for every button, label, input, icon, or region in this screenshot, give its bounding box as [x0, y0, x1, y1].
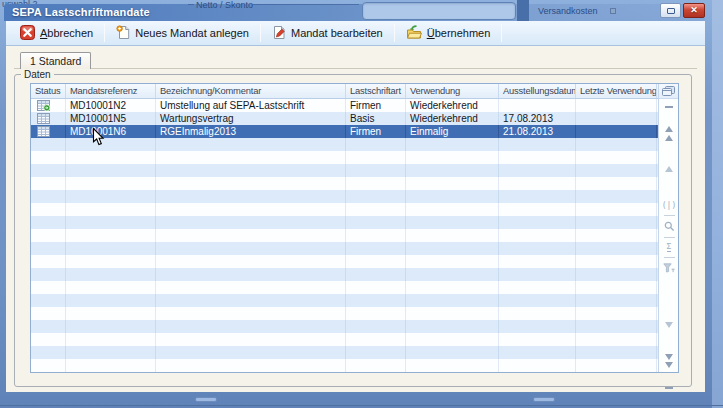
column-header-letzte_verwendung[interactable]: Letzte Verwendung [576, 84, 657, 98]
edit-mandate-icon [272, 25, 286, 42]
grid-nav-bottom-group [659, 328, 679, 389]
table-row[interactable]: MD10001N5WartungsvertragBasisWiederkehre… [31, 112, 658, 125]
grid-cell-ausstellungsdatum: 21.08.2013 [499, 125, 576, 138]
grid-cell-lastschriftart: Firmen [346, 125, 406, 138]
empty-row [31, 281, 658, 294]
close-button[interactable]: ✕ [683, 3, 705, 18]
window-title: SEPA Lastschriftmandate [12, 6, 150, 18]
column-header-verwendung[interactable]: Verwendung [406, 84, 499, 98]
empty-row [31, 242, 658, 255]
toolbar: Abbrechen Neues Mandat anlegen Mandat be… [6, 21, 705, 46]
empty-row [31, 164, 658, 177]
grid-side-toolbar: (|)Σ [658, 84, 678, 372]
grid-cell-letzte_verwendung [576, 112, 657, 125]
icon-separator [664, 257, 675, 258]
toolbar-separator [104, 24, 105, 42]
close-icon: ✕ [690, 6, 698, 15]
grid-cell-lastschriftart: Basis [346, 112, 406, 125]
table-icon [31, 125, 66, 138]
tab-standard[interactable]: 1 Standard [20, 52, 91, 69]
mandat-bearbeiten-button[interactable]: Mandat bearbeiten [264, 22, 391, 45]
next-row-dim-icon[interactable] [665, 328, 673, 346]
column-header-lastschriftart[interactable]: Lastschriftart [346, 84, 406, 98]
toolbar-separator [260, 24, 261, 42]
empty-row [31, 151, 658, 164]
grid-cell-bezeichnung: Umstellung auf SEPA-Lastschrift [156, 99, 346, 112]
empty-row [31, 294, 658, 307]
icon-separator [664, 215, 675, 216]
empty-row [31, 138, 658, 151]
grid-cell-mandatsreferenz: MD10001N5 [66, 112, 156, 125]
background-panel-edge [517, 0, 529, 21]
empty-row [31, 359, 658, 372]
grid-cell-letzte_verwendung [576, 125, 657, 138]
table-icon [31, 112, 66, 125]
uebernehmen-button[interactable]: Übernehmen [398, 22, 499, 45]
background-groupbox-border [188, 4, 194, 5]
grid-cell-bezeichnung: Wartungsvertrag [156, 112, 346, 125]
uebernehmen-label: Übernehmen [427, 27, 491, 39]
grid-cell-ausstellungsdatum [499, 99, 576, 112]
apply-icon [406, 25, 422, 42]
column-header-bezeichnung[interactable]: Bezeichnung/Kommentar [156, 84, 346, 98]
background-groupbox-border [253, 4, 359, 5]
background-groupbox-versandkosten-label: Versandkosten [538, 6, 598, 16]
grid-cell-bezeichnung: RGEInmalig2013 [156, 125, 346, 138]
next-row-icon[interactable] [665, 353, 673, 361]
sum-icon[interactable]: Σ [667, 243, 672, 252]
previous-row-icon[interactable] [665, 134, 673, 142]
grid-cell-letzte_verwendung [576, 99, 657, 112]
toolbar-separator [501, 24, 502, 42]
table-row[interactable]: MD10001N2Umstellung auf SEPA-Lastschrift… [31, 99, 658, 112]
empty-row [31, 177, 658, 190]
column-header-status[interactable]: Status [31, 84, 66, 98]
search-icon[interactable] [664, 221, 675, 232]
abbrechen-label: Abbrechen [40, 27, 93, 39]
table-row-selected[interactable]: MD10001N6RGEInmalig2013FirmenEinmalig21.… [31, 125, 658, 138]
empty-row [31, 346, 658, 359]
filter-icon[interactable] [663, 263, 675, 273]
empty-row [31, 320, 658, 333]
empty-row [31, 190, 658, 203]
empty-row [31, 333, 658, 346]
background-window-edge [712, 0, 723, 408]
grid-cell-lastschriftart: Firmen [346, 99, 406, 112]
grid-cell-verwendung: Wiederkehrend [406, 99, 499, 112]
column-chooser-icon[interactable] [662, 86, 675, 97]
background-netto-field [362, 2, 516, 20]
empty-row [31, 229, 658, 242]
empty-row [31, 268, 658, 281]
restore-icon [667, 8, 675, 14]
fit-columns-icon[interactable]: (|) [662, 202, 676, 210]
grid-cell-verwendung: Wiederkehrend [406, 112, 499, 125]
grid-side-header [659, 84, 678, 99]
mandates-grid: StatusMandatsreferenzBezeichnung/Komment… [30, 83, 679, 373]
previous-row-dim-icon[interactable] [665, 149, 673, 167]
empty-row [31, 307, 658, 320]
frame-bottom-edge [0, 405, 723, 406]
grid-cell-verwendung: Einmalig [406, 125, 499, 138]
abbrechen-button[interactable]: Abbrechen [12, 22, 101, 45]
cancel-icon [20, 25, 35, 42]
neues-mandat-anlegen-button[interactable]: Neues Mandat anlegen [108, 22, 257, 45]
tab-panel-border [14, 68, 697, 69]
resize-grip[interactable] [195, 397, 217, 402]
column-header-mandatsreferenz[interactable]: Mandatsreferenz [66, 84, 156, 98]
resize-grip[interactable] [533, 397, 555, 402]
grid-cell-mandatsreferenz: MD10001N6 [66, 125, 156, 138]
grid-body: MD10001N2Umstellung auf SEPA-Lastschrift… [31, 99, 658, 372]
grid-data-area: StatusMandatsreferenzBezeichnung/Komment… [31, 84, 658, 372]
grid-tools-group: (|)Σ [659, 202, 679, 273]
table-active-icon [31, 99, 66, 112]
go-to-last-icon[interactable] [665, 368, 673, 389]
grid-header-row: StatusMandatsreferenzBezeichnung/Komment… [31, 84, 658, 99]
empty-row [31, 203, 658, 216]
minimize-restore-button[interactable] [660, 3, 681, 18]
sepa-mandate-dialog: uswahl 2 SEPA Lastschriftmandate Netto /… [0, 0, 723, 408]
mouse-cursor [92, 127, 105, 151]
grid-nav-top-group [659, 106, 679, 167]
go-to-first-icon[interactable] [665, 106, 673, 127]
title-bar[interactable]: SEPA Lastschriftmandate [4, 4, 705, 21]
column-header-ausstellungsdatum[interactable]: Ausstellungsdatum [499, 84, 576, 98]
daten-groupbox-label: Daten [21, 69, 54, 80]
